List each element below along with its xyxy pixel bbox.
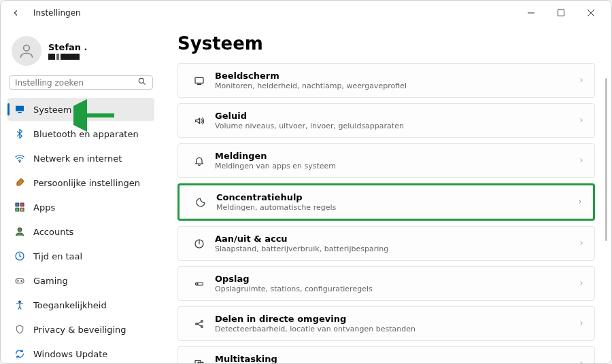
chevron-right-icon [578,359,585,364]
sidebar-nav: SysteemBluetooth en apparatenNetwerk en … [7,98,154,363]
sound-icon [188,115,211,126]
svg-rect-19 [195,77,203,83]
display-icon [188,75,211,86]
card-title: Beeldscherm [215,71,573,81]
svg-point-17 [21,280,22,281]
sidebar-item-label: Windows Update [33,349,107,359]
sidebar-item-apps[interactable]: Apps [7,196,154,219]
sidebar-item-monitor[interactable]: Systeem [7,98,154,121]
sidebar-item-clock[interactable]: Tijd en taal [7,244,154,268]
svg-point-25 [196,323,198,325]
sidebar-item-sync[interactable]: Windows Update [7,342,154,363]
svg-point-4 [24,45,30,51]
sidebar-item-label: Accounts [33,227,73,237]
card-subtitle: Meldingen, automatische regels [216,203,571,212]
settings-card-bell[interactable]: MeldingenMeldingen van apps en systeem [177,143,595,178]
sidebar: Stefan . SysteemBluetooth en apparatenNe… [1,25,161,363]
sidebar-item-label: Privacy & beveiliging [33,325,126,335]
svg-rect-11 [20,203,24,206]
sync-icon [14,348,25,359]
settings-card-sound[interactable]: GeluidVolume niveaus, uitvoer, invoer, g… [177,103,595,138]
multitask-icon [188,359,211,364]
sidebar-item-label: Apps [33,202,55,213]
sidebar-item-label: Gaming [33,276,68,286]
avatar [12,36,41,66]
sidebar-item-accessibility[interactable]: Toegankelijkheid [7,293,154,316]
shield-icon [14,324,25,335]
apps-icon [14,202,25,213]
user-block[interactable]: Stefan . [7,31,154,75]
bluetooth-icon [14,128,25,139]
card-subtitle: Slaapstand, batterijverbruik, batterijbe… [215,244,573,253]
sidebar-item-bluetooth[interactable]: Bluetooth en apparaten [7,122,154,145]
settings-card-display[interactable]: BeeldschermMonitoren, helderheid, nachtl… [177,63,595,98]
main-panel: Systeem BeeldschermMonitoren, helderheid… [161,25,611,363]
card-title: Meldingen [215,151,573,161]
card-title: Aan/uit & accu [215,234,573,244]
maximize-button[interactable] [546,2,576,24]
monitor-icon [14,104,25,115]
titlebar: Instellingen [1,1,611,25]
svg-point-24 [197,283,198,284]
settings-card-share[interactable]: Delen in directe omgevingDetecteerbaarhe… [177,306,595,341]
card-list: BeeldschermMonitoren, helderheid, nachtl… [177,63,595,363]
card-subtitle: Detecteerbaarheid, locatie van ontvangen… [215,325,573,333]
wifi-icon [14,153,25,164]
card-title: Geluid [215,111,573,121]
window-title: Instellingen [33,8,81,18]
svg-line-6 [143,83,146,85]
minimize-button[interactable] [516,2,546,24]
chevron-right-icon [578,76,585,86]
close-button[interactable] [576,2,606,24]
settings-card-multitask[interactable]: MultitaskingVensters vastmaken, bureaubl… [177,346,595,363]
sidebar-item-label: Tijd en taal [33,251,82,261]
settings-card-power[interactable]: Aan/uit & accuSlaapstand, batterijverbru… [177,226,595,261]
card-subtitle: Volume niveaus, uitvoer, invoer, geluids… [215,122,573,130]
card-title: Delen in directe omgeving [215,314,573,324]
settings-card-moon[interactable]: ConcentratiehulpMeldingen, automatische … [177,183,595,221]
svg-point-14 [18,228,21,232]
svg-rect-7 [16,106,24,111]
scrollbar[interactable] [605,78,607,241]
sidebar-item-person[interactable]: Accounts [7,220,154,243]
card-title: Opslag [215,274,573,284]
search-input[interactable] [15,78,137,88]
accessibility-icon [14,299,25,310]
clock-icon [14,251,25,261]
user-name: Stefan . [48,42,88,52]
card-subtitle: Opslagruimte, stations, configuratierege… [215,285,573,293]
chevron-right-icon [577,198,583,207]
chevron-right-icon [578,116,585,126]
chevron-right-icon [578,319,585,329]
svg-rect-10 [16,203,19,206]
svg-point-5 [139,78,143,83]
sidebar-item-label: Persoonlijke instellingen [33,178,140,188]
sidebar-item-brush[interactable]: Persoonlijke instellingen [7,171,154,194]
sidebar-item-label: Toegankelijkheid [33,300,107,310]
power-icon [188,238,211,249]
svg-point-27 [201,325,203,327]
sidebar-item-label: Bluetooth en apparaten [33,129,139,139]
svg-rect-8 [18,112,21,113]
chevron-right-icon [578,156,585,166]
bell-icon [188,156,211,166]
back-button[interactable] [6,3,25,22]
chevron-right-icon [578,239,585,249]
card-title: Concentratiehulp [216,192,571,202]
sidebar-item-label: Netwerk en internet [33,153,122,164]
moon-icon [189,197,212,208]
sidebar-item-wifi[interactable]: Netwerk en internet [7,147,154,170]
settings-window: Instellingen Stefan . [0,0,612,364]
search-box[interactable] [9,75,153,90]
share-icon [188,318,211,329]
sidebar-item-gamepad[interactable]: Gaming [7,269,154,292]
sidebar-item-shield[interactable]: Privacy & beveiliging [7,318,154,341]
search-icon [137,76,147,89]
settings-card-storage[interactable]: OpslagOpslagruimte, stations, configurat… [177,266,595,301]
svg-rect-13 [20,208,24,211]
user-email [48,54,88,60]
card-subtitle: Meldingen van apps en systeem [215,162,573,170]
svg-rect-1 [558,10,564,16]
svg-point-18 [19,301,21,303]
brush-icon [14,177,25,188]
